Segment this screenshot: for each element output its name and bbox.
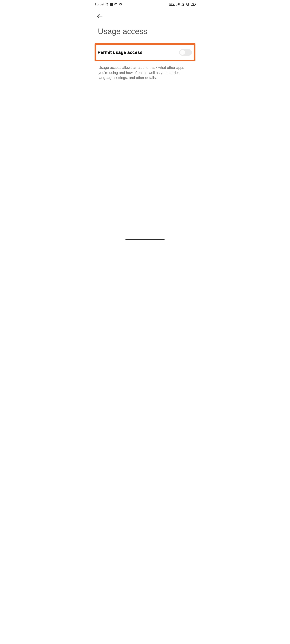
permit-usage-label: Permit usage access — [98, 50, 142, 55]
svg-point-6 — [176, 5, 177, 6]
permit-usage-row[interactable]: Permit usage access — [95, 43, 195, 62]
header-area — [91, 8, 199, 22]
square-icon — [110, 3, 113, 6]
svg-rect-15 — [183, 4, 184, 6]
battery-small-icon — [115, 3, 118, 5]
svg-point-17 — [187, 5, 188, 6]
svg-rect-9 — [178, 4, 179, 6]
wifi-icon — [186, 3, 189, 6]
vpn-indicator: VPN — [169, 3, 175, 6]
toggle-knob — [180, 50, 185, 55]
status-bar: 16:59 VPN — [91, 0, 199, 8]
network-type-label: 4G — [182, 2, 183, 4]
svg-rect-7 — [177, 4, 177, 6]
status-time: 16:59 — [95, 2, 104, 6]
navigation-handle[interactable] — [125, 239, 165, 240]
signal-bars-icon — [176, 3, 180, 6]
svg-rect-10 — [179, 3, 180, 6]
battery-indicator: 82 — [191, 3, 195, 6]
back-button[interactable] — [97, 13, 103, 19]
page-title: Usage access — [91, 22, 199, 43]
svg-rect-11 — [181, 5, 181, 6]
svg-rect-14 — [183, 5, 183, 6]
settings-gear-icon — [119, 3, 122, 6]
status-bar-right: VPN 4G — [169, 2, 195, 6]
svg-rect-1 — [110, 3, 113, 6]
svg-rect-16 — [184, 4, 184, 6]
usage-description: Usage access allows an app to track what… — [91, 62, 199, 84]
status-bar-left: 16:59 — [95, 2, 122, 6]
permit-usage-toggle[interactable] — [179, 49, 192, 56]
svg-rect-12 — [182, 5, 182, 6]
mute-icon — [105, 2, 108, 6]
svg-rect-13 — [182, 5, 183, 6]
mobile-data-indicator: 4G — [181, 2, 184, 6]
svg-rect-8 — [178, 4, 178, 6]
